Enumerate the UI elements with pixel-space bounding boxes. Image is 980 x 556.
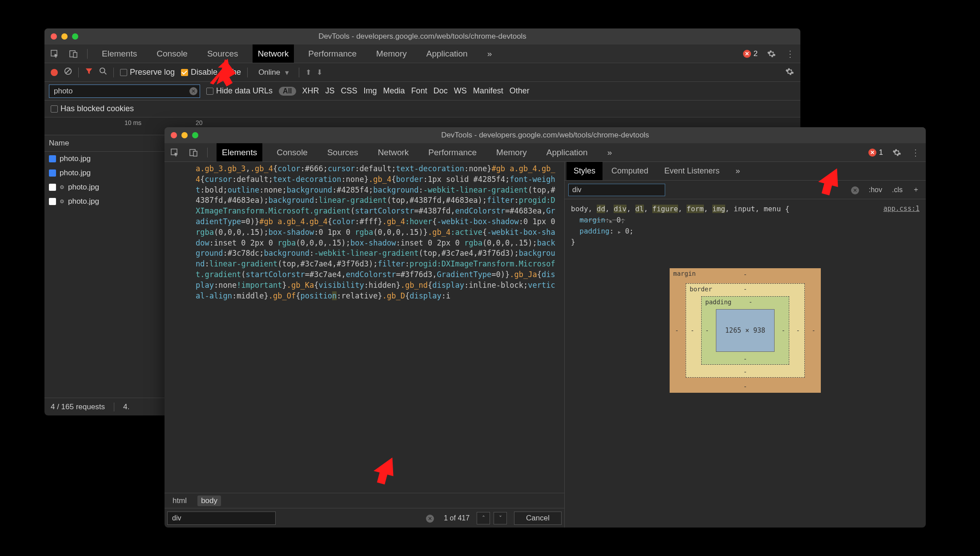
new-style-rule-icon[interactable]: ＋	[910, 185, 922, 194]
name-column: Name photo.jpg photo.jpg ⚙photo.jpg ⚙pho…	[44, 135, 173, 398]
file-name: photo.jpg	[60, 169, 91, 177]
source-code[interactable]: a.gb_3.gb_3,.gb_4{color:#666;cursor:defa…	[165, 162, 564, 493]
titlebar[interactable]: DevTools - developers.google.com/web/too…	[165, 127, 926, 143]
tab-memory[interactable]: Memory	[491, 143, 532, 161]
throttle-select[interactable]: Online	[254, 66, 293, 79]
svg-rect-2	[73, 52, 77, 57]
filter-type-media[interactable]: Media	[383, 86, 405, 96]
box-model[interactable]: margin - - - - border - - - - padding -	[670, 268, 821, 393]
settings-gear-icon[interactable]	[892, 148, 902, 157]
list-item[interactable]: ⚙photo.jpg	[44, 194, 173, 209]
record-icon[interactable]	[51, 69, 58, 76]
css-prop-value[interactable]: 0	[625, 227, 630, 235]
breadcrumb-html[interactable]: html	[169, 496, 190, 506]
cls-toggle[interactable]: .cls	[889, 186, 905, 194]
error-count[interactable]: ✕ 1	[868, 148, 883, 157]
tab-sources[interactable]: Sources	[322, 143, 364, 161]
clear-filter-icon[interactable]: ✕	[189, 87, 197, 95]
tab-event-listeners[interactable]: Event Listeners	[657, 162, 727, 180]
css-rule[interactable]: app.css:1 body, dd, div, dl, figure, for…	[565, 199, 926, 252]
filter-type-ws[interactable]: WS	[454, 86, 467, 96]
tab-memory[interactable]: Memory	[371, 44, 412, 63]
list-item[interactable]: ⚙photo.jpg	[44, 180, 173, 194]
css-prop-name[interactable]: padding	[579, 227, 609, 235]
dom-breadcrumb: html body	[165, 493, 564, 508]
clear-icon[interactable]	[64, 67, 72, 77]
upload-icon[interactable]: ⬆	[305, 68, 311, 77]
search-cancel-button[interactable]: Cancel	[514, 512, 562, 525]
filter-type-css[interactable]: CSS	[341, 86, 357, 96]
clear-search-icon[interactable]: ✕	[426, 515, 434, 523]
network-toolbar: Preserve log Disable cache Online ⬆ ⬇	[44, 63, 800, 82]
content-dims: 1265 × 938	[716, 309, 775, 352]
request-count: 4 / 165 requests	[51, 403, 105, 411]
filter-type-all[interactable]: All	[279, 87, 296, 96]
device-toolbar-icon[interactable]	[68, 49, 78, 59]
filter-type-other[interactable]: Other	[510, 86, 530, 96]
tab-styles[interactable]: Styles	[566, 162, 602, 180]
search-icon[interactable]	[99, 67, 107, 77]
filter-type-js[interactable]: JS	[325, 86, 335, 96]
css-prop-value[interactable]: 0	[616, 216, 621, 224]
tab-performance[interactable]: Performance	[423, 143, 482, 161]
network-filter-input[interactable]	[49, 85, 200, 98]
error-count[interactable]: ✕ 2	[743, 49, 758, 58]
filter-type-manifest[interactable]: Manifest	[473, 86, 503, 96]
more-tabs-icon[interactable]: »	[602, 143, 618, 161]
css-source-link[interactable]: app.css:1	[884, 204, 920, 214]
css-selector: body, dd, div, dl, figure, form, img, in…	[571, 205, 789, 213]
elements-panel: a.gb_3.gb_3,.gb_4{color:#666;cursor:defa…	[165, 162, 565, 528]
name-column-header[interactable]: Name	[44, 135, 173, 152]
tab-elements[interactable]: Elements	[96, 44, 142, 63]
devtools-window-front: DevTools - developers.google.com/web/too…	[165, 127, 926, 528]
elements-search-input[interactable]	[167, 512, 276, 525]
filter-type-img[interactable]: Img	[364, 86, 377, 96]
gear-icon: ⚙	[60, 198, 64, 205]
preserve-log-checkbox[interactable]: Preserve log	[120, 68, 175, 77]
tab-elements[interactable]: Elements	[217, 143, 262, 161]
search-prev-button[interactable]: ˄	[477, 512, 490, 524]
file-name: photo.jpg	[68, 183, 99, 192]
network-settings-gear-icon[interactable]	[785, 67, 794, 77]
download-icon[interactable]: ⬇	[317, 68, 322, 77]
tab-network[interactable]: Network	[373, 143, 414, 161]
filter-type-xhr[interactable]: XHR	[302, 86, 319, 96]
disable-cache-checkbox[interactable]: Disable cache	[181, 68, 241, 77]
hide-data-urls-label: Hide data URLs	[216, 86, 273, 95]
titlebar[interactable]: DevTools - developers.google.com/web/too…	[44, 28, 800, 44]
hov-toggle[interactable]: :hov	[866, 186, 885, 194]
css-prop-name[interactable]: margin	[579, 216, 605, 224]
list-item[interactable]: photo.jpg	[44, 152, 173, 166]
breadcrumb-body[interactable]: body	[197, 496, 221, 506]
settings-gear-icon[interactable]	[767, 49, 776, 59]
blocked-cookies-checkbox[interactable]: Has blocked cookies	[51, 104, 134, 113]
device-toolbar-icon[interactable]	[189, 148, 198, 157]
styles-filter-input[interactable]	[568, 184, 665, 196]
filter-funnel-icon[interactable]	[85, 67, 93, 77]
more-tabs-icon[interactable]: »	[482, 44, 498, 63]
svg-point-5	[100, 68, 105, 73]
filter-type-font[interactable]: Font	[411, 86, 427, 96]
clear-styles-filter-icon[interactable]: ✕	[851, 186, 859, 194]
list-item[interactable]: photo.jpg	[44, 166, 173, 180]
main-tabbar: Elements Console Sources Network Perform…	[165, 143, 926, 162]
kebab-menu-icon[interactable]: ⋮	[911, 148, 920, 157]
tab-application[interactable]: Application	[541, 143, 593, 161]
search-next-button[interactable]: ˅	[494, 512, 507, 524]
kebab-menu-icon[interactable]: ⋮	[785, 49, 795, 59]
hide-data-urls-checkbox[interactable]: Hide data URLs	[206, 86, 273, 96]
more-styles-tabs-icon[interactable]: »	[728, 162, 747, 180]
tab-console[interactable]: Console	[151, 44, 193, 63]
tab-console[interactable]: Console	[271, 143, 313, 161]
inspect-icon[interactable]	[170, 148, 180, 157]
filter-type-doc[interactable]: Doc	[434, 86, 448, 96]
status-extra: 4.	[123, 403, 129, 411]
window-title: DevTools - developers.google.com/web/too…	[165, 131, 926, 140]
tab-network[interactable]: Network	[253, 44, 294, 63]
tab-application[interactable]: Application	[421, 44, 473, 63]
tab-sources[interactable]: Sources	[202, 44, 244, 63]
inspect-icon[interactable]	[50, 49, 60, 59]
tab-computed[interactable]: Computed	[604, 162, 655, 180]
padding-label: padding	[705, 298, 731, 306]
tab-performance[interactable]: Performance	[303, 44, 362, 63]
